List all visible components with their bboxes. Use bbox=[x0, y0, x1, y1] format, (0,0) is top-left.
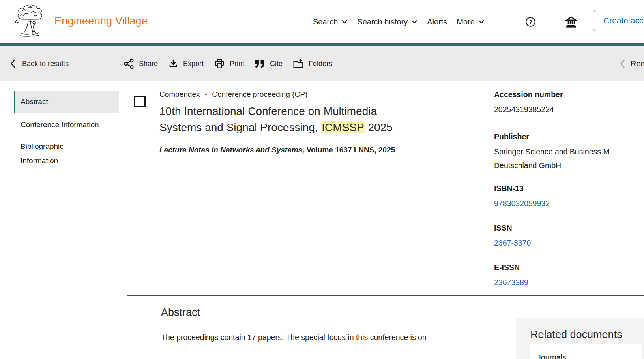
source-title: Lecture Notes in Networks and Systems, bbox=[159, 146, 304, 154]
record-toolbar: Back to results Share Export bbox=[0, 46, 644, 81]
header: Engineering Village Search Search histor… bbox=[0, 0, 644, 43]
sidebar-item-conference-information[interactable]: Conference Information bbox=[14, 113, 119, 129]
create-account-button[interactable]: Create acc bbox=[593, 10, 644, 31]
nav-item-more[interactable]: More bbox=[457, 17, 485, 26]
action-label: Share bbox=[139, 60, 158, 68]
back-to-results-button[interactable]: Back to results bbox=[10, 46, 69, 81]
record-pager: Rec bbox=[620, 46, 644, 81]
publisher-group: Publisher Springer Science and Business … bbox=[494, 132, 644, 173]
folder-add-icon bbox=[293, 58, 304, 69]
section-divider bbox=[127, 295, 644, 296]
publisher-label: Publisher bbox=[494, 132, 644, 141]
nav-item-alerts[interactable]: Alerts bbox=[427, 17, 447, 26]
accession-number-label: Accession number bbox=[494, 90, 644, 99]
issn-group: ISSN 2367-3370 bbox=[494, 224, 644, 250]
isbn-label: ISBN-13 bbox=[494, 184, 644, 193]
institution-button[interactable] bbox=[565, 15, 578, 28]
export-button[interactable]: Export bbox=[168, 58, 204, 69]
share-button[interactable]: Share bbox=[124, 58, 158, 69]
nav-label: More bbox=[457, 17, 475, 26]
cite-button[interactable]: Cite bbox=[255, 59, 283, 68]
record-sidebar: Abstract Conference Information Bibliogr… bbox=[14, 91, 119, 168]
create-account-label: Create acc bbox=[603, 16, 644, 25]
nav-label: Alerts bbox=[427, 17, 447, 26]
chevron-down-icon bbox=[478, 20, 485, 24]
brand-title: Engineering Village bbox=[54, 15, 148, 27]
sidebar-item-abstract[interactable]: Abstract bbox=[14, 91, 119, 113]
record-title: 10th International Conference on Multime… bbox=[159, 103, 407, 135]
related-documents-card: Journals bbox=[530, 344, 642, 359]
related-documents-panel: Related documents Journals bbox=[516, 318, 644, 359]
related-tab-journals[interactable]: Journals bbox=[530, 344, 642, 359]
action-label: Print bbox=[230, 60, 244, 68]
pager-label: Rec bbox=[631, 59, 644, 68]
nav-label: Search bbox=[313, 17, 338, 26]
separator-dot: • bbox=[205, 91, 207, 98]
eissn-label: E-ISSN bbox=[494, 263, 644, 272]
nav-item-search[interactable]: Search bbox=[313, 17, 348, 26]
help-button[interactable]: ? bbox=[525, 16, 536, 28]
sidebar-item-label: Abstract bbox=[21, 98, 48, 106]
abstract-text: The proceedings contain 17 papers. The s… bbox=[161, 333, 496, 342]
record-select-checkbox[interactable] bbox=[134, 96, 146, 107]
isbn-link[interactable]: 9783032059932 bbox=[494, 197, 644, 211]
back-label: Back to results bbox=[22, 60, 69, 68]
chevron-left-icon bbox=[10, 59, 16, 68]
action-label: Cite bbox=[270, 60, 283, 68]
action-label: Folders bbox=[309, 60, 332, 68]
question-circle-icon: ? bbox=[525, 16, 536, 28]
sidebar-item-label: Bibliographic Information bbox=[21, 142, 64, 165]
chevron-down-icon bbox=[341, 20, 348, 24]
related-documents-heading: Related documents bbox=[530, 329, 622, 341]
download-icon bbox=[168, 58, 178, 69]
sidebar-item-bibliographic-information[interactable]: Bibliographic Information bbox=[14, 129, 99, 168]
abstract-section-heading: Abstract bbox=[161, 306, 200, 319]
document-type: Conference proceeding (CP) bbox=[212, 90, 307, 99]
elsevier-tree-logo bbox=[12, 4, 47, 38]
nav-label: Search history bbox=[357, 17, 408, 26]
publisher-line: Springer Science and Business M bbox=[494, 145, 644, 159]
chevron-left-icon[interactable] bbox=[620, 59, 625, 68]
share-icon bbox=[124, 58, 134, 69]
header-accent-divider bbox=[0, 43, 644, 46]
record-metadata-panel: Accession number 20254319385224 Publishe… bbox=[494, 90, 644, 289]
title-highlight: ICMSSP bbox=[321, 121, 365, 133]
quote-icon bbox=[255, 59, 265, 68]
institution-bank-icon bbox=[565, 15, 578, 28]
print-button[interactable]: Print bbox=[214, 58, 244, 69]
chevron-down-icon bbox=[411, 20, 417, 24]
action-label: Export bbox=[183, 60, 204, 68]
toolbar-actions: Share Export Print Cite bbox=[124, 46, 332, 81]
issn-label: ISSN bbox=[494, 224, 644, 233]
publisher-line: Deutschland GmbH bbox=[494, 159, 644, 173]
sidebar-item-label: Conference Information bbox=[21, 120, 99, 129]
primary-nav: Search Search history Alerts More bbox=[313, 0, 485, 43]
source-volume: Volume 1637 LNNS, 2025 bbox=[304, 146, 395, 154]
record-header: Compendex • Conference proceeding (CP) 1… bbox=[159, 90, 420, 154]
source-line: Lecture Notes in Networks and Systems, V… bbox=[159, 146, 420, 154]
accession-number-group: Accession number 20254319385224 bbox=[494, 90, 644, 117]
eissn-group: E-ISSN 23673389 bbox=[494, 263, 644, 289]
folders-button[interactable]: Folders bbox=[293, 58, 332, 69]
eissn-link[interactable]: 23673389 bbox=[494, 276, 644, 289]
printer-icon bbox=[214, 58, 225, 69]
record-meta-line: Compendex • Conference proceeding (CP) bbox=[159, 90, 420, 99]
issn-link[interactable]: 2367-3370 bbox=[494, 236, 644, 250]
nav-item-search-history[interactable]: Search history bbox=[357, 17, 417, 26]
svg-text:?: ? bbox=[529, 19, 532, 25]
isbn-group: ISBN-13 9783032059932 bbox=[494, 184, 644, 211]
accession-number-value: 20254319385224 bbox=[494, 103, 644, 117]
database-name: Compendex bbox=[159, 90, 200, 99]
title-text: 2025 bbox=[365, 121, 393, 133]
publisher-value: Springer Science and Business M Deutschl… bbox=[494, 145, 644, 173]
